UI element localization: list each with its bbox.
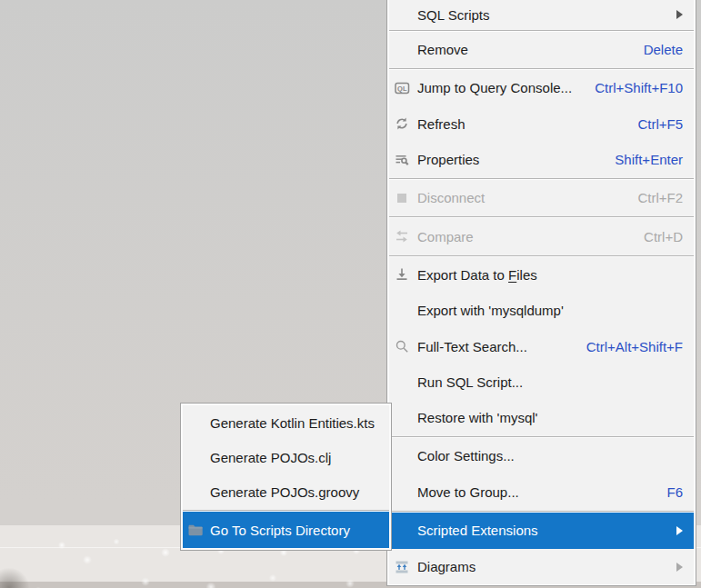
icon-spacer (393, 6, 411, 23)
menu-item-remove[interactable]: RemoveDelete (389, 32, 694, 67)
icon-spacer (186, 483, 205, 500)
menu-separator (183, 509, 389, 512)
menu-item-export-with-mysqldump[interactable]: Export with 'mysqldump' (389, 293, 694, 328)
database-context-menu: SQL ScriptsRemoveDeleteQLJump to Query C… (386, 0, 696, 586)
menu-item-diagrams[interactable]: Diagrams (389, 549, 694, 584)
icon-spacer (186, 414, 205, 431)
menu-item-label: Generate Kotlin Entities.kts (210, 415, 375, 431)
shortcut-label: F6 (652, 484, 683, 500)
compare-icon (393, 228, 411, 244)
menu-separator (389, 215, 694, 218)
menu-item-full-text-search[interactable]: Full-Text Search...Ctrl+Alt+Shift+F (389, 328, 694, 364)
shortcut-label: Ctrl+F2 (623, 190, 683, 205)
submenu-arrow-icon (676, 526, 683, 535)
disconnect-icon (393, 190, 411, 206)
menu-item-disconnect: DisconnectCtrl+F2 (389, 180, 694, 215)
folder-icon (186, 522, 205, 538)
shortcut-label: Ctrl+Alt+Shift+F (572, 339, 683, 354)
query-console-icon: QL (393, 80, 411, 96)
menu-item-generate-pojos-groovy[interactable]: Generate POJOs.groovy (183, 474, 389, 509)
icon-spacer (393, 410, 411, 426)
submenu-arrow-icon (676, 10, 683, 19)
menu-item-export-data-to-files[interactable]: Export Data to Files (389, 257, 694, 293)
icon-spacer (393, 448, 411, 464)
menu-item-label: Scripted Extensions (417, 523, 538, 538)
menu-item-label: Compare (417, 229, 474, 244)
menu-item-label: Restore with 'mysql' (417, 410, 537, 425)
menu-item-label: Run SQL Script... (417, 374, 523, 390)
export-icon (393, 266, 411, 283)
menu-item-generate-pojos-clj[interactable]: Generate POJOs.clj (183, 440, 389, 474)
scripted-extensions-submenu: Generate Kotlin Entities.ktsGenerate POJ… (180, 403, 392, 551)
icon-spacer (393, 374, 411, 390)
menu-item-sql-scripts[interactable]: SQL Scripts (389, 0, 694, 29)
menu-item-compare: CompareCtrl+D (389, 218, 694, 254)
menu-separator (389, 435, 694, 438)
svg-text:QL: QL (397, 85, 407, 93)
menu-item-label: Diagrams (417, 559, 476, 574)
menu-item-label: Go To Scripts Directory (210, 523, 350, 538)
menu-item-refresh[interactable]: RefreshCtrl+F5 (389, 106, 694, 142)
menu-item-generate-kotlin-entities-kts[interactable]: Generate Kotlin Entities.kts (183, 405, 389, 440)
menu-item-label: Full-Text Search... (417, 339, 527, 354)
shortcut-label: Ctrl+D (629, 229, 683, 244)
refresh-icon (393, 115, 411, 132)
shortcut-label: Shift+Enter (600, 152, 683, 167)
menu-item-label: Generate POJOs.clj (210, 450, 331, 465)
menu-item-jump-to-query-console[interactable]: QLJump to Query Console...Ctrl+Shift+F10 (389, 70, 694, 105)
menu-item-label: Jump to Query Console... (417, 80, 572, 95)
menu-separator (389, 510, 694, 513)
menu-item-label: Refresh (417, 116, 466, 132)
submenu-arrow-icon (676, 563, 683, 572)
menu-item-label: SQL Scripts (417, 7, 489, 23)
menu-item-label: Export with 'mysqldump' (417, 303, 564, 318)
properties-icon (393, 152, 411, 168)
icon-spacer (393, 303, 411, 319)
menu-item-restore-with-mysql[interactable]: Restore with 'mysql' (389, 400, 694, 435)
menu-item-go-to-scripts-directory[interactable]: Go To Scripts Directory (183, 512, 389, 548)
search-icon (393, 338, 411, 354)
menu-item-move-to-group[interactable]: Move to Group...F6 (389, 474, 694, 510)
icon-spacer (393, 42, 411, 58)
menu-item-label: Move to Group... (417, 484, 519, 500)
shortcut-label: Ctrl+F5 (623, 116, 683, 132)
icon-spacer (186, 449, 205, 465)
menu-separator (389, 254, 694, 257)
menu-item-label: Remove (417, 42, 468, 57)
menu-separator (389, 29, 694, 32)
menu-item-properties[interactable]: PropertiesShift+Enter (389, 142, 694, 177)
icon-spacer (393, 483, 411, 500)
menu-item-label: Properties (417, 152, 479, 167)
menu-item-run-sql-script[interactable]: Run SQL Script... (389, 364, 694, 400)
shortcut-label: Delete (629, 42, 683, 57)
shortcut-label: Ctrl+Shift+F10 (580, 80, 683, 95)
menu-item-label: Generate POJOs.groovy (210, 484, 359, 500)
icon-spacer (393, 523, 411, 539)
menu-item-color-settings[interactable]: Color Settings... (389, 438, 694, 473)
diagrams-icon (393, 559, 411, 575)
menu-separator (389, 67, 694, 70)
menu-item-label: Export Data to Files (417, 267, 537, 283)
menu-item-label: Disconnect (417, 190, 485, 205)
menu-separator (389, 177, 694, 180)
menu-item-scripted-extensions[interactable]: Scripted Extensions (389, 513, 694, 549)
menu-item-label: Color Settings... (417, 448, 515, 463)
